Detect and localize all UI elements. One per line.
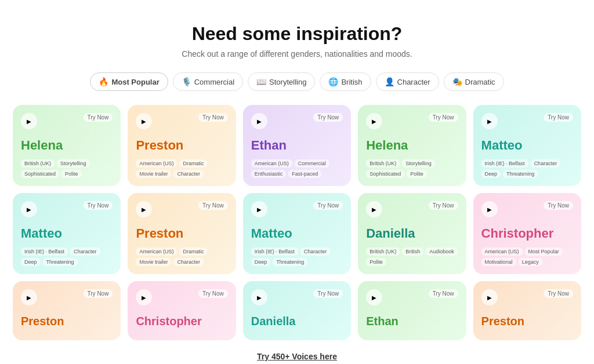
filter-label: Storytelling xyxy=(269,78,306,86)
voice-card[interactable]: ▶Try NowEthan xyxy=(358,281,466,340)
voice-tag: Irish (IE) · Belfast xyxy=(21,247,68,256)
voice-card[interactable]: ▶Try NowPreston xyxy=(13,281,121,340)
voice-tag: Polite xyxy=(61,170,82,178)
voice-tag: Deep xyxy=(481,170,501,178)
voice-tag: Dramatic xyxy=(179,247,207,256)
voice-tag: Character xyxy=(173,170,204,178)
voice-tag: Character xyxy=(173,258,204,266)
filter-btn-storytelling[interactable]: 📖Storytelling xyxy=(248,72,315,91)
try-now-button[interactable]: Try Now xyxy=(544,201,573,210)
voice-tag: Commercial xyxy=(295,159,329,168)
voice-tag: Deep xyxy=(251,258,271,266)
voice-tag: British (UK) xyxy=(366,247,400,256)
voice-grid-2: ▶Try NowMatteoIrish (IE) · BelfastCharac… xyxy=(13,193,581,274)
try-now-button[interactable]: Try Now xyxy=(429,113,458,122)
voice-tag: Sophisticated xyxy=(21,170,59,178)
voice-tag: Movie trailer xyxy=(136,170,171,178)
voice-card[interactable]: ▶Try NowPreston xyxy=(473,281,581,340)
try-now-button[interactable]: Try Now xyxy=(313,201,343,210)
voice-tag: British (UK) xyxy=(21,159,55,168)
play-button[interactable]: ▶ xyxy=(481,201,498,217)
voice-tag: Audiobook xyxy=(426,247,458,256)
bottom-link[interactable]: Try 450+ Voices here xyxy=(257,352,337,361)
try-now-button[interactable]: Try Now xyxy=(84,289,113,298)
try-now-button[interactable]: Try Now xyxy=(313,113,343,122)
filter-icon: 👤 xyxy=(385,77,394,86)
try-now-button[interactable]: Try Now xyxy=(84,201,113,210)
play-button[interactable]: ▶ xyxy=(481,289,498,305)
voice-tag: Character xyxy=(531,159,561,168)
play-button[interactable]: ▶ xyxy=(136,113,152,129)
voice-name: Preston xyxy=(136,139,227,152)
voice-card[interactable]: ▶Try NowPrestonAmerican (US)DramaticMovi… xyxy=(128,193,236,274)
voice-card[interactable]: ▶Try NowHelenaBritish (UK)StorytellingSo… xyxy=(13,105,121,186)
play-button[interactable]: ▶ xyxy=(21,113,37,129)
voice-name: Ethan xyxy=(366,315,458,327)
voice-name: Christopher xyxy=(481,227,573,241)
voice-grid-3: ▶Try NowPreston▶Try NowChristopher▶Try N… xyxy=(13,281,581,340)
voice-card[interactable]: ▶Try NowChristopher xyxy=(128,281,236,340)
play-button[interactable]: ▶ xyxy=(481,113,498,129)
voice-name: Ethan xyxy=(251,139,343,152)
play-button[interactable]: ▶ xyxy=(136,289,152,305)
filter-btn-most-popular[interactable]: 🔥Most Popular xyxy=(90,72,168,91)
play-button[interactable]: ▶ xyxy=(251,201,267,217)
voice-tag: Irish (IE) · Belfast xyxy=(481,159,528,168)
filter-btn-british[interactable]: 🌐British xyxy=(320,72,371,91)
voice-tag: Polite xyxy=(407,170,427,178)
play-button[interactable]: ▶ xyxy=(136,201,152,217)
voice-name: Matteo xyxy=(481,139,573,152)
filter-icon: 🎙️ xyxy=(182,77,191,86)
play-button[interactable]: ▶ xyxy=(366,289,382,305)
voice-tag: Legacy xyxy=(519,258,542,266)
voice-tag: American (US) xyxy=(481,247,523,256)
voice-card[interactable]: ▶Try NowPrestonAmerican (US)DramaticMovi… xyxy=(128,105,236,186)
play-button[interactable]: ▶ xyxy=(251,113,267,129)
try-now-button[interactable]: Try Now xyxy=(313,289,343,298)
try-now-button[interactable]: Try Now xyxy=(429,289,458,298)
play-button[interactable]: ▶ xyxy=(251,289,267,305)
try-now-button[interactable]: Try Now xyxy=(84,113,113,122)
voice-name: Helena xyxy=(366,139,458,152)
voice-name: Preston xyxy=(136,227,227,241)
voice-card[interactable]: ▶Try NowMatteoIrish (IE) · BelfastCharac… xyxy=(13,193,121,274)
filter-bar: 🔥Most Popular🎙️Commercial📖Storytelling🌐B… xyxy=(90,72,504,91)
play-button[interactable]: ▶ xyxy=(366,201,382,217)
filter-btn-dramatic[interactable]: 🎭Dramatic xyxy=(444,72,504,91)
voice-name: Preston xyxy=(481,315,573,327)
voice-card[interactable]: ▶Try NowMatteoIrish (IE) · BelfastCharac… xyxy=(473,105,581,186)
play-button[interactable]: ▶ xyxy=(21,289,37,305)
voice-card[interactable]: ▶Try NowChristopherAmerican (US)Most Pop… xyxy=(473,193,581,274)
filter-label: Dramatic xyxy=(465,78,495,86)
try-now-button[interactable]: Try Now xyxy=(198,113,228,122)
filter-btn-character[interactable]: 👤Character xyxy=(376,72,439,91)
filter-icon: 🔥 xyxy=(99,77,108,86)
try-now-button[interactable]: Try Now xyxy=(544,113,573,122)
voice-tag: Fast-paced xyxy=(288,170,321,178)
voice-tag: Movie trailer xyxy=(136,258,171,266)
voice-card[interactable]: ▶Try NowMatteoIrish (IE) · BelfastCharac… xyxy=(243,193,351,274)
voice-tag: Threatening xyxy=(273,258,307,266)
voice-card[interactable]: ▶Try NowDaniellaBritish (UK)BritishAudio… xyxy=(358,193,466,274)
voice-tag: Motivational xyxy=(481,258,516,266)
page-subtitle: Check out a range of different genders, … xyxy=(182,49,412,59)
voice-card[interactable]: ▶Try NowHelenaBritish (UK)StorytellingSo… xyxy=(358,105,466,186)
voice-card[interactable]: ▶Try NowDaniella xyxy=(243,281,351,340)
voice-tag: Most Popular xyxy=(525,247,563,256)
voice-name: Daniella xyxy=(366,227,458,241)
voice-card[interactable]: ▶Try NowEthanAmerican (US)CommercialEnth… xyxy=(243,105,351,186)
play-button[interactable]: ▶ xyxy=(21,201,37,217)
voice-tag: Polite xyxy=(366,258,386,266)
voice-name: Matteo xyxy=(21,227,113,241)
try-now-button[interactable]: Try Now xyxy=(429,201,458,210)
voice-grid: ▶Try NowHelenaBritish (UK)StorytellingSo… xyxy=(13,105,581,186)
try-now-button[interactable]: Try Now xyxy=(198,201,228,210)
filter-btn-commercial[interactable]: 🎙️Commercial xyxy=(173,72,243,91)
voice-tag: British xyxy=(402,247,423,256)
play-button[interactable]: ▶ xyxy=(366,113,382,129)
voice-tag: Enthusiastic xyxy=(251,170,287,178)
try-now-button[interactable]: Try Now xyxy=(544,289,573,298)
voice-tag: Character xyxy=(300,247,331,256)
voice-tag: American (US) xyxy=(251,159,292,168)
try-now-button[interactable]: Try Now xyxy=(198,289,228,298)
